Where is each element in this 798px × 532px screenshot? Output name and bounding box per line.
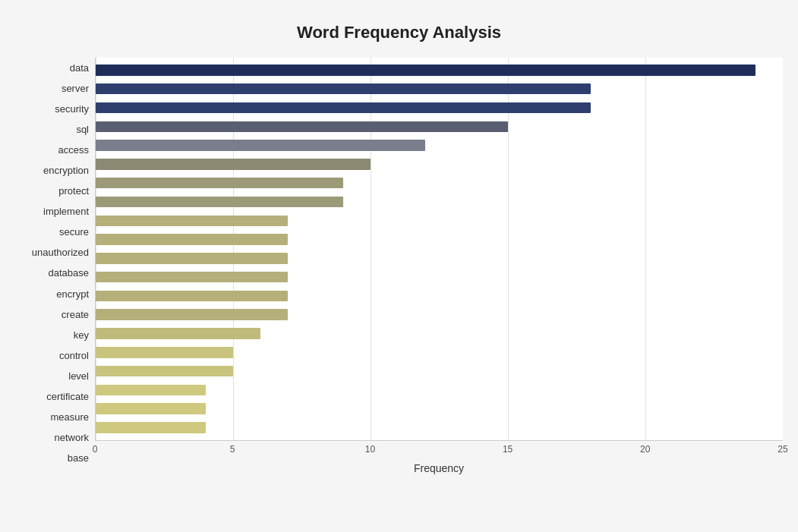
bar-row — [96, 193, 783, 212]
bar — [96, 347, 233, 358]
bar — [96, 178, 343, 189]
x-axis-title: Frequency — [95, 462, 783, 474]
bar — [96, 216, 288, 227]
bars-and-axes: 0510152025 Frequency — [95, 58, 783, 468]
y-label: secure — [59, 227, 89, 237]
x-tick-label: 20 — [640, 444, 650, 455]
bar-row — [96, 287, 783, 306]
bar-row — [96, 99, 783, 118]
y-label: base — [68, 453, 89, 463]
bar-row — [96, 155, 783, 174]
bar — [96, 253, 288, 264]
bar — [96, 328, 260, 339]
bars-container — [96, 58, 783, 440]
y-label: certificate — [46, 392, 89, 401]
bar-row — [96, 249, 783, 268]
y-labels: dataserversecuritysqlaccessencryptionpro… — [15, 58, 95, 468]
bar — [96, 272, 288, 283]
y-label: unauthorized — [32, 247, 89, 257]
bar-row — [96, 343, 783, 362]
x-tick-labels: 0510152025 — [95, 444, 783, 459]
y-label: key — [74, 330, 89, 340]
y-label: protect — [58, 186, 89, 196]
bar — [96, 366, 233, 377]
y-label: implement — [43, 206, 89, 216]
bar — [96, 140, 425, 151]
bar — [96, 83, 591, 95]
bar — [96, 422, 206, 433]
y-label: measure — [50, 412, 89, 422]
x-axis-area: 0510152025 Frequency — [95, 441, 783, 468]
x-tick-label: 5 — [230, 444, 235, 455]
y-label: sql — [76, 124, 89, 134]
chart-area: dataserversecuritysqlaccessencryptionpro… — [15, 58, 783, 468]
bar-row — [96, 305, 783, 324]
y-label: network — [54, 433, 89, 442]
y-label: control — [59, 351, 89, 360]
bar-row — [96, 211, 783, 230]
bar-row — [96, 230, 783, 249]
bar-row — [96, 324, 783, 343]
bar — [96, 65, 755, 76]
bar-row — [96, 80, 783, 99]
y-label: encryption — [43, 165, 89, 175]
y-label: security — [55, 104, 89, 114]
bar-row — [96, 268, 783, 287]
y-label: access — [58, 145, 89, 155]
x-tick-label: 15 — [503, 444, 513, 455]
bar — [96, 403, 206, 414]
bar-row — [96, 418, 783, 437]
bar — [96, 121, 508, 133]
bars-wrapper — [95, 58, 783, 441]
y-label: database — [49, 268, 90, 278]
bar — [96, 197, 343, 208]
bar — [96, 234, 288, 245]
x-tick-label: 0 — [93, 444, 98, 455]
bar-row — [96, 61, 783, 80]
x-tick-label: 25 — [777, 444, 787, 455]
bar-row — [96, 136, 783, 155]
bar — [96, 309, 288, 320]
chart-title: Word Frequency Analysis — [15, 15, 783, 58]
bar — [96, 291, 288, 302]
bar-row — [96, 381, 783, 400]
y-label: data — [70, 63, 89, 73]
bar-row — [96, 117, 783, 136]
y-label: create — [62, 310, 89, 320]
bar — [96, 102, 591, 114]
bar — [96, 385, 206, 396]
bar — [96, 159, 371, 170]
chart-container: Word Frequency Analysis dataserversecuri… — [0, 0, 798, 532]
y-label: server — [62, 83, 89, 93]
y-label: level — [68, 371, 89, 381]
bar-row — [96, 174, 783, 193]
bar-row — [96, 362, 783, 381]
bar-row — [96, 399, 783, 418]
y-label: encrypt — [56, 289, 89, 299]
x-tick-label: 10 — [365, 444, 375, 455]
